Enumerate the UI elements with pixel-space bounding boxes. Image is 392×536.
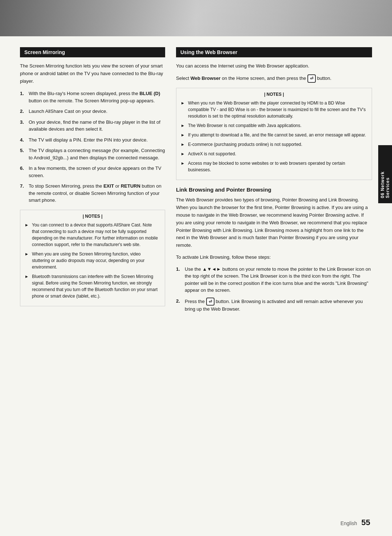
step-4: 4. The TV will display a PIN. Enter the … (20, 136, 165, 144)
step-3: 3. On your device, find the name of the … (20, 119, 165, 133)
web-browser-intro2: Select Web Browser on the Home screen, a… (176, 74, 372, 83)
side-label: 06 Network Services (378, 145, 392, 203)
step-1: 1. With the Blu-ray's Home screen displa… (20, 90, 165, 104)
screen-mirroring-steps: 1. With the Blu-ray's Home screen displa… (20, 90, 165, 204)
enter-button-icon: ⏎ (307, 74, 316, 83)
link-browsing-steps: 1. Use the ▲▼◄► buttons on your remote t… (176, 266, 372, 313)
right-notes-title: | NOTES | (181, 92, 367, 97)
left-note-1: You can connect to a device that support… (25, 222, 160, 248)
left-note-2: When you are using the Screen Mirroring … (25, 251, 160, 270)
step-2: 2. Launch AllShare Cast on your device. (20, 108, 165, 115)
right-note-5: ActiveX is not supported. (181, 151, 367, 157)
enter-button-icon-2: ⏎ (206, 298, 215, 306)
left-notes-title: | NOTES | (25, 214, 160, 219)
right-column: Using the Web Browser You can access the… (176, 47, 372, 319)
left-note-3: Bluetooth transmissions can interfere wi… (25, 273, 160, 299)
left-notes-box: | NOTES | You can connect to a device th… (20, 210, 165, 306)
link-browsing-intro: The Web Browser provides two types of br… (176, 196, 372, 249)
right-notes-box: | NOTES | When you run the Web Browser w… (176, 88, 372, 180)
right-note-6: Access may be blocked to some websites o… (181, 160, 367, 173)
link-step-2: 2. Press the ⏎ button. Link Browsing is … (176, 298, 372, 313)
content-area: Screen Mirroring The Screen Mirroring fu… (0, 36, 392, 333)
right-note-1: When you run the Web Browser with the pl… (181, 100, 367, 119)
right-note-4: E-commerce (purchasing products online) … (181, 141, 367, 148)
step-6: 6. In a few moments, the screen of your … (20, 165, 165, 179)
left-notes-list: You can connect to a device that support… (25, 222, 160, 299)
right-note-2: The Web Browser is not compatible with J… (181, 122, 367, 129)
header-banner (0, 0, 392, 36)
screen-mirroring-header: Screen Mirroring (20, 47, 165, 57)
footer: English 55 (340, 518, 370, 527)
link-browsing-title: Link Browsing and Pointer Browsing (176, 187, 372, 193)
activate-label: To activate Link Browsing, follow these … (176, 254, 372, 261)
link-step-1: 1. Use the ▲▼◄► buttons on your remote t… (176, 266, 372, 294)
screen-mirroring-intro: The Screen Mirroring function lets you v… (20, 62, 165, 85)
step-5: 5. The TV displays a connecting message … (20, 147, 165, 161)
right-note-3: If you attempt to download a file, and t… (181, 132, 367, 138)
web-browser-header: Using the Web Browser (176, 47, 372, 57)
web-browser-intro1: You can access the Internet using the We… (176, 62, 372, 70)
step-7: 7. To stop Screen Mirroring, press the E… (20, 183, 165, 204)
left-column: Screen Mirroring The Screen Mirroring fu… (20, 47, 165, 319)
right-notes-list: When you run the Web Browser with the pl… (181, 100, 367, 173)
